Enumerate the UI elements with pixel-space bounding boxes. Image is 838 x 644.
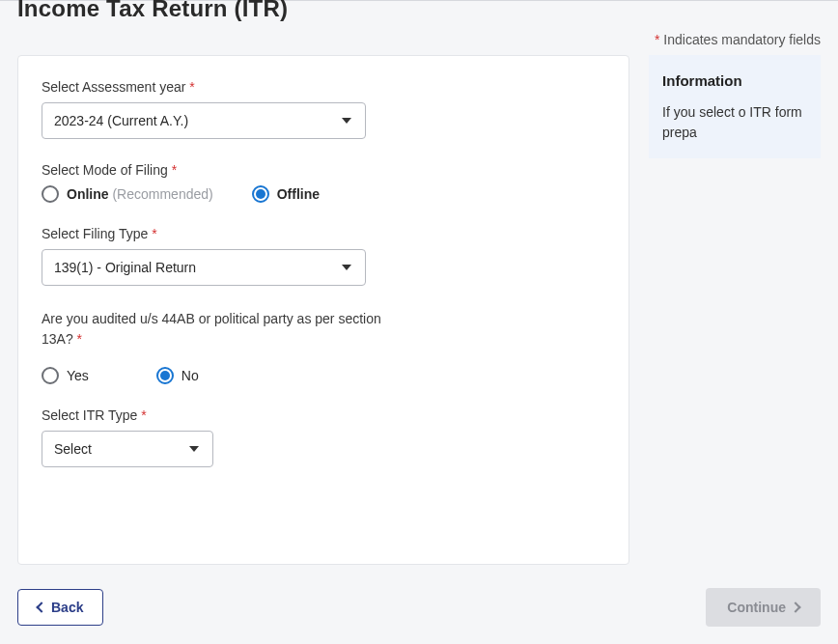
mandatory-note: * Indicates mandatory fields bbox=[0, 26, 838, 55]
mode-offline-radio[interactable]: Offline bbox=[252, 185, 320, 203]
info-panel-title: Information bbox=[662, 70, 807, 93]
filing-type-group: Select Filing Type * 139(1) - Original R… bbox=[42, 226, 605, 286]
page-title: Income Tax Return (ITR) bbox=[0, 0, 838, 26]
itr-type-dropdown[interactable]: Select bbox=[42, 431, 213, 467]
audit-no-radio[interactable]: No bbox=[156, 367, 199, 384]
radio-selected-icon bbox=[156, 367, 174, 384]
filing-type-dropdown[interactable]: 139(1) - Original Return bbox=[42, 249, 366, 286]
itr-type-group: Select ITR Type * Select bbox=[42, 407, 605, 467]
back-button[interactable]: Back bbox=[17, 589, 103, 626]
mode-of-filing-label: Select Mode of Filing * bbox=[42, 162, 605, 178]
assessment-year-label: Select Assessment year * bbox=[42, 79, 605, 95]
chevron-right-icon bbox=[790, 602, 800, 612]
info-panel-body: If you select o ITR form prepa bbox=[662, 102, 807, 143]
itr-type-label: Select ITR Type * bbox=[42, 407, 605, 423]
chevron-left-icon bbox=[36, 602, 46, 612]
audit-question-label: Are you audited u/s 44AB or political pa… bbox=[42, 309, 389, 350]
caret-down-icon bbox=[189, 446, 199, 452]
info-panel: Information If you select o ITR form pre… bbox=[649, 55, 821, 158]
radio-selected-icon bbox=[252, 185, 269, 203]
caret-down-icon bbox=[342, 118, 351, 124]
continue-button[interactable]: Continue bbox=[706, 588, 821, 627]
mode-of-filing-group: Select Mode of Filing * Online (Recommen… bbox=[42, 162, 605, 203]
radio-icon bbox=[42, 185, 59, 203]
audit-question-group: Are you audited u/s 44AB or political pa… bbox=[42, 309, 605, 384]
mode-online-radio[interactable]: Online (Recommended) bbox=[42, 185, 213, 203]
form-card: Select Assessment year * 2023-24 (Curren… bbox=[17, 55, 629, 565]
assessment-year-dropdown[interactable]: 2023-24 (Current A.Y.) bbox=[42, 102, 366, 139]
radio-icon bbox=[42, 367, 59, 384]
assessment-year-group: Select Assessment year * 2023-24 (Curren… bbox=[42, 79, 605, 139]
filing-type-label: Select Filing Type * bbox=[42, 226, 605, 241]
caret-down-icon bbox=[342, 265, 351, 270]
audit-yes-radio[interactable]: Yes bbox=[42, 367, 89, 384]
